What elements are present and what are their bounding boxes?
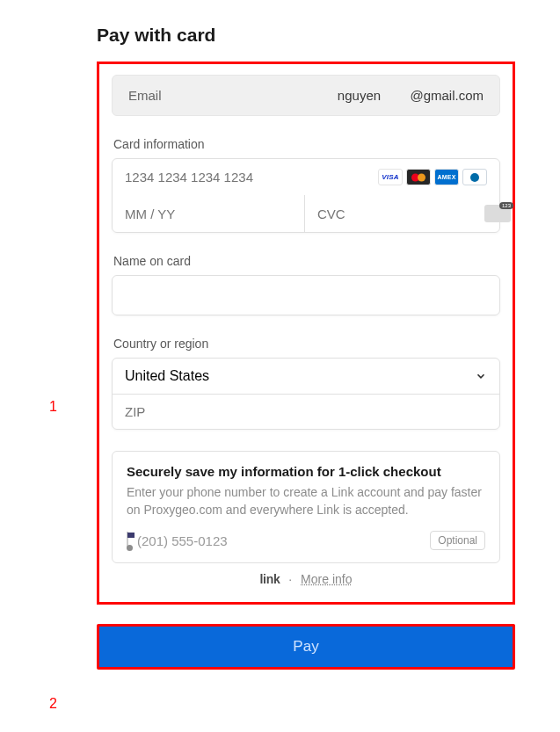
more-info-link[interactable]: More info [301, 572, 352, 586]
country-label: Country or region [113, 337, 500, 351]
card-cvc-input[interactable] [317, 207, 484, 221]
country-selected-value: United States [125, 368, 209, 384]
phone-country-flag[interactable] [127, 533, 128, 548]
visa-icon: VISA [378, 169, 403, 185]
footer-dot: · [288, 572, 292, 586]
chevron-down-icon [475, 370, 487, 382]
email-row[interactable]: Email nguyen @gmail.com [112, 75, 500, 116]
name-on-card-input[interactable] [125, 287, 487, 302]
country-select[interactable]: United States [113, 359, 499, 394]
link-save-box: Securely save my information for 1-click… [112, 451, 500, 563]
card-cvc-field[interactable] [304, 195, 523, 232]
name-on-card-field[interactable] [112, 275, 500, 315]
email-middle: nguyen [338, 88, 381, 103]
pay-button[interactable]: Pay [97, 624, 515, 670]
link-title: Securely save my information for 1-click… [127, 464, 485, 479]
email-local-redacted [301, 88, 338, 103]
link-phone-row[interactable]: (201) 555-0123 Optional [127, 531, 485, 550]
annotation-2: 2 [49, 696, 57, 712]
us-flag-icon [127, 532, 128, 548]
name-on-card-label: Name on card [113, 254, 500, 268]
card-expiry-field[interactable] [113, 195, 304, 232]
email-label: Email [128, 88, 162, 103]
card-info-label: Card information [113, 137, 500, 151]
card-split-row [113, 195, 499, 232]
link-footer: link · More info [112, 572, 500, 586]
payment-form-highlight: Email nguyen @gmail.com Card information… [97, 62, 515, 605]
page-title: Pay with card [97, 25, 523, 46]
email-value: nguyen @gmail.com [301, 88, 484, 103]
country-field-group: United States [112, 358, 500, 430]
amex-icon: AMEX [434, 169, 459, 185]
zip-input[interactable] [125, 404, 487, 419]
link-logo: link [260, 572, 280, 586]
mastercard-icon [406, 169, 431, 185]
phone-input[interactable]: (201) 555-0123 [137, 533, 421, 548]
link-description: Enter your phone number to create a Link… [127, 484, 485, 518]
email-mid-redacted [381, 88, 410, 103]
annotation-1: 1 [49, 399, 57, 415]
diners-icon [462, 169, 487, 185]
email-domain: @gmail.com [410, 88, 484, 103]
card-brand-icons: VISA AMEX [378, 169, 487, 185]
card-expiry-input[interactable] [125, 207, 292, 221]
cvc-icon [484, 205, 511, 222]
card-field-group: VISA AMEX [112, 158, 500, 233]
optional-badge: Optional [430, 531, 485, 550]
card-number-field[interactable]: VISA AMEX [113, 159, 499, 195]
card-number-input[interactable] [125, 170, 378, 185]
zip-field[interactable] [113, 394, 499, 429]
